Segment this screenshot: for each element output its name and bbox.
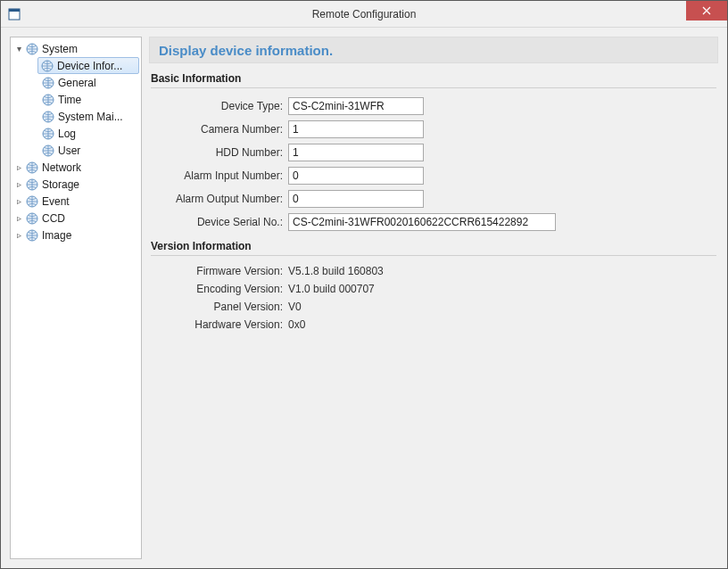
- tree-item-log[interactable]: Log: [11, 125, 141, 142]
- tree-label: Event: [42, 195, 70, 208]
- tree-label: System Mai...: [58, 111, 123, 123]
- expand-icon[interactable]: ▹: [12, 162, 25, 172]
- label-camera-number: Camera Number:: [149, 123, 288, 136]
- globe-icon: [41, 144, 55, 158]
- globe-icon: [41, 93, 55, 107]
- close-icon: [702, 3, 711, 19]
- value-firmware: V5.1.8 build 160803: [288, 265, 384, 277]
- content-header: Display device information.: [149, 37, 718, 63]
- expand-icon[interactable]: ▹: [12, 213, 25, 223]
- label-alarm-input: Alarm Input Number:: [149, 169, 288, 182]
- input-camera-number[interactable]: [288, 120, 424, 138]
- tree-item-time[interactable]: Time: [11, 91, 141, 108]
- tree-label: Log: [58, 128, 76, 140]
- value-encoding: V1.0 build 000707: [288, 283, 375, 295]
- tree-label: Storage: [42, 178, 79, 191]
- globe-icon: [25, 177, 39, 192]
- tree-label: System: [42, 43, 78, 55]
- tree-item-system[interactable]: ▾ System: [11, 40, 141, 57]
- globe-icon: [25, 228, 39, 243]
- row-serial: Device Serial No.:: [149, 213, 718, 231]
- globe-icon: [41, 127, 55, 141]
- tree-item-storage[interactable]: ▹ Storage: [11, 176, 141, 193]
- collapse-icon[interactable]: ▾: [12, 44, 25, 54]
- label-alarm-output: Alarm Output Number:: [149, 193, 288, 205]
- divider: [151, 255, 716, 256]
- tree-label: CCD: [42, 212, 65, 225]
- label-device-type: Device Type:: [149, 100, 288, 112]
- value-hardware: 0x0: [288, 318, 305, 331]
- tree-label: Device Infor...: [57, 60, 122, 72]
- title-bar[interactable]: Remote Configuration: [1, 1, 727, 28]
- expand-icon[interactable]: ▹: [12, 196, 25, 206]
- input-alarm-output[interactable]: [288, 190, 424, 208]
- globe-icon: [25, 161, 39, 175]
- value-panel: V0: [288, 301, 302, 313]
- tree-item-ccd[interactable]: ▹ CCD: [11, 210, 141, 227]
- section-basic-title: Basic Information: [151, 72, 716, 85]
- label-firmware: Firmware Version:: [149, 265, 288, 277]
- label-panel: Panel Version:: [149, 301, 288, 313]
- tree-item-user[interactable]: User: [11, 142, 141, 159]
- tree-item-general[interactable]: General: [11, 74, 141, 91]
- input-alarm-input[interactable]: [288, 167, 424, 185]
- globe-icon: [25, 42, 39, 56]
- tree-item-event[interactable]: ▹ Event: [11, 193, 141, 210]
- tree-item-device-info[interactable]: Device Infor...: [37, 57, 139, 74]
- row-hardware: Hardware Version: 0x0: [149, 318, 718, 331]
- window-title: Remote Configuration: [1, 8, 727, 21]
- label-hardware: Hardware Version:: [149, 318, 288, 331]
- tree-label: Time: [58, 94, 81, 106]
- globe-icon: [40, 59, 54, 73]
- content-header-text: Display device information.: [159, 43, 333, 58]
- tree-item-system-maintenance[interactable]: System Mai...: [11, 108, 141, 125]
- section-version-title: Version Information: [151, 240, 716, 252]
- globe-icon: [41, 110, 55, 124]
- row-camera-number: Camera Number:: [149, 120, 718, 138]
- nav-tree[interactable]: ▾ System Device Infor... General: [10, 37, 142, 559]
- row-panel: Panel Version: V0: [149, 301, 718, 313]
- input-device-type[interactable]: [288, 97, 424, 115]
- tree-label: General: [58, 77, 96, 89]
- row-encoding: Encoding Version: V1.0 build 000707: [149, 283, 718, 295]
- row-firmware: Firmware Version: V5.1.8 build 160803: [149, 265, 718, 277]
- app-icon: [7, 7, 21, 21]
- tree-item-network[interactable]: ▹ Network: [11, 159, 141, 176]
- expand-icon[interactable]: ▹: [12, 179, 25, 189]
- tree-label: Network: [42, 161, 81, 174]
- basic-form: Device Type: Camera Number: HDD Number: …: [149, 97, 718, 231]
- input-hdd-number[interactable]: [288, 144, 424, 161]
- tree-label: Image: [42, 229, 71, 242]
- row-alarm-output: Alarm Output Number:: [149, 190, 718, 208]
- globe-icon: [41, 76, 55, 90]
- input-serial[interactable]: [288, 213, 556, 231]
- content-panel: Display device information. Basic Inform…: [149, 37, 718, 559]
- svg-rect-1: [9, 9, 20, 12]
- tree-label: User: [58, 144, 80, 157]
- divider: [151, 87, 716, 88]
- window-remote-configuration: Remote Configuration ▾ System Device Inf…: [0, 0, 728, 569]
- globe-icon: [25, 194, 39, 209]
- version-form: Firmware Version: V5.1.8 build 160803 En…: [149, 265, 718, 331]
- row-device-type: Device Type:: [149, 97, 718, 115]
- row-alarm-input: Alarm Input Number:: [149, 167, 718, 185]
- expand-icon[interactable]: ▹: [12, 230, 25, 240]
- label-hdd-number: HDD Number:: [149, 146, 288, 159]
- close-button[interactable]: [686, 1, 727, 21]
- window-body: ▾ System Device Infor... General: [1, 28, 727, 568]
- globe-icon: [25, 211, 39, 226]
- tree-item-image[interactable]: ▹ Image: [11, 227, 141, 243]
- label-serial: Device Serial No.:: [149, 216, 288, 228]
- row-hdd-number: HDD Number:: [149, 144, 718, 161]
- label-encoding: Encoding Version:: [149, 283, 288, 295]
